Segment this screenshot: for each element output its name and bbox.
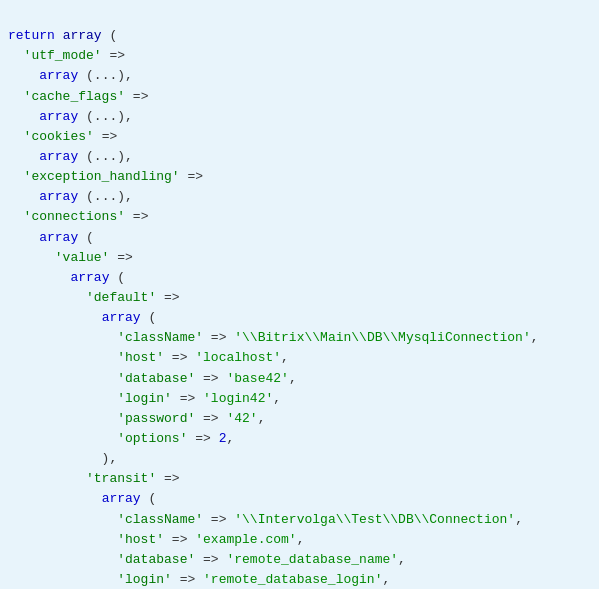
line-1: return array ( [8,28,117,43]
line-13: array ( [8,270,125,285]
line-21: 'options' => 2, [8,431,234,446]
line-5: array (...), [8,109,133,124]
line-4: 'cache_flags' => [8,89,148,104]
line-15: array ( [8,310,156,325]
line-23: 'transit' => [8,471,180,486]
line-2: 'utf_mode' => [8,48,125,63]
line-17: 'host' => 'localhost', [8,350,289,365]
line-27: 'database' => 'remote_database_name', [8,552,406,567]
line-6: 'cookies' => [8,129,117,144]
line-10: 'connections' => [8,209,148,224]
line-7: array (...), [8,149,133,164]
line-18: 'database' => 'base42', [8,371,297,386]
line-11: array ( [8,230,94,245]
line-16: 'className' => '\\Bitrix\\Main\\DB\\Mysq… [8,330,539,345]
line-26: 'host' => 'example.com', [8,532,304,547]
line-22: ), [8,451,117,466]
line-19: 'login' => 'login42', [8,391,281,406]
line-3: array (...), [8,68,133,83]
line-24: array ( [8,491,156,506]
line-14: 'default' => [8,290,180,305]
line-28: 'login' => 'remote_database_login', [8,572,390,587]
line-9: array (...), [8,189,133,204]
code-editor: return array ( 'utf_mode' => array (...)… [8,6,591,589]
line-20: 'password' => '42', [8,411,265,426]
line-12: 'value' => [8,250,133,265]
line-8: 'exception_handling' => [8,169,203,184]
line-25: 'className' => '\\Intervolga\\Test\\DB\\… [8,512,523,527]
